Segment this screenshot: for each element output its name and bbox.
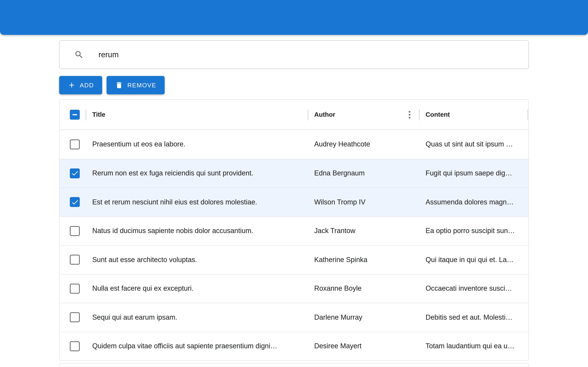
add-button[interactable]: ADD bbox=[59, 76, 102, 94]
cell-title: Sunt aut esse architecto voluptas. bbox=[86, 256, 308, 264]
column-separator bbox=[419, 109, 420, 120]
row-checkbox-cell bbox=[60, 341, 86, 351]
row-checkbox-cell bbox=[60, 312, 86, 322]
cell-author: Darlene Murray bbox=[308, 313, 419, 322]
author-column-menu-icon[interactable] bbox=[407, 109, 412, 120]
cell-title: Est et rerum nesciunt nihil eius est dol… bbox=[86, 198, 308, 206]
table-row[interactable]: Praesentium ut eos ea labore. Audrey Hea… bbox=[60, 130, 528, 159]
cell-author: Katherine Spinka bbox=[308, 256, 419, 264]
cell-author: Jack Trantow bbox=[308, 227, 419, 235]
cell-title: Rerum non est ex fuga reiciendis qui sun… bbox=[86, 169, 308, 177]
remove-button-label: REMOVE bbox=[127, 82, 156, 89]
select-all-cell bbox=[60, 110, 86, 120]
table-row[interactable]: Nulla est facere qui ex excepturi. Roxan… bbox=[60, 274, 528, 303]
table-row[interactable]: Rerum non est ex fuga reiciendis qui sun… bbox=[60, 159, 528, 188]
row-checkbox[interactable] bbox=[70, 255, 80, 265]
row-checkbox-cell bbox=[60, 226, 86, 236]
table-header-row: Title Author Content bbox=[60, 100, 528, 130]
row-checkbox-cell bbox=[60, 140, 86, 149]
cell-content: Totam laudantium qui ea u… bbox=[419, 342, 528, 350]
row-checkbox-cell bbox=[60, 255, 86, 265]
cell-author: Desiree Mayert bbox=[308, 342, 419, 350]
check-icon bbox=[71, 198, 79, 206]
cell-author: Wilson Tromp IV bbox=[308, 198, 419, 206]
cell-content: Quas ut sint aut sit ipsum … bbox=[419, 140, 528, 149]
main-content: ADD REMOVE Title Author Cont bbox=[59, 40, 529, 367]
plus-icon bbox=[68, 81, 76, 89]
row-checkbox-cell bbox=[60, 168, 86, 178]
app-header bbox=[0, 0, 588, 35]
cell-content: Ea optio porro suscipit sun… bbox=[419, 227, 528, 235]
add-button-label: ADD bbox=[80, 82, 94, 89]
row-checkbox-cell bbox=[60, 197, 86, 207]
row-checkbox[interactable] bbox=[70, 226, 80, 236]
check-icon bbox=[71, 169, 79, 177]
column-header-author[interactable]: Author bbox=[308, 111, 419, 118]
page: ADD REMOVE Title Author Cont bbox=[0, 0, 588, 367]
search-input[interactable] bbox=[98, 41, 528, 69]
table-row[interactable]: Natus id ducimus sapiente nobis dolor ac… bbox=[60, 216, 528, 245]
table-row[interactable]: Quidem culpa vitae officiis aut sapiente… bbox=[60, 332, 528, 360]
cell-content: Qui itaque in qui qui et. La… bbox=[419, 256, 528, 264]
search-box bbox=[59, 40, 529, 69]
cell-content: Debitis sed et aut. Molesti… bbox=[419, 313, 528, 322]
cell-title: Nulla est facere qui ex excepturi. bbox=[86, 285, 308, 293]
cell-author: Roxanne Boyle bbox=[308, 285, 419, 293]
cell-title: Quidem culpa vitae officiis aut sapiente… bbox=[86, 342, 308, 350]
row-checkbox[interactable] bbox=[70, 341, 80, 351]
cell-title: Praesentium ut eos ea labore. bbox=[86, 140, 308, 149]
pagination-bar bbox=[59, 363, 529, 367]
table-row[interactable]: Est et rerum nesciunt nihil eius est dol… bbox=[60, 188, 528, 216]
column-separator bbox=[86, 109, 86, 120]
column-separator bbox=[527, 109, 528, 120]
column-header-title[interactable]: Title bbox=[86, 111, 308, 118]
indeterminate-dash-icon bbox=[72, 114, 77, 115]
row-checkbox[interactable] bbox=[70, 312, 80, 322]
data-table: Title Author Content Praesentium ut eos … bbox=[59, 100, 529, 361]
row-checkbox[interactable] bbox=[70, 140, 80, 149]
cell-author: Audrey Heathcote bbox=[308, 140, 419, 149]
table-row[interactable]: Sequi qui aut earum ipsam. Darlene Murra… bbox=[60, 303, 528, 332]
column-header-content[interactable]: Content bbox=[419, 111, 528, 118]
remove-button[interactable]: REMOVE bbox=[107, 76, 165, 94]
toolbar: ADD REMOVE bbox=[59, 76, 529, 94]
select-all-checkbox[interactable] bbox=[70, 110, 80, 120]
table-body: Praesentium ut eos ea labore. Audrey Hea… bbox=[60, 130, 528, 360]
cell-title: Sequi qui aut earum ipsam. bbox=[86, 313, 308, 322]
row-checkbox[interactable] bbox=[70, 168, 80, 178]
row-checkbox[interactable] bbox=[70, 197, 80, 207]
table-row[interactable]: Sunt aut esse architecto voluptas. Kathe… bbox=[60, 245, 528, 274]
column-separator bbox=[308, 109, 308, 120]
cell-content: Fugit qui ipsum saepe dig… bbox=[419, 169, 528, 177]
trash-icon bbox=[115, 81, 123, 89]
row-checkbox[interactable] bbox=[70, 284, 80, 294]
cell-title: Natus id ducimus sapiente nobis dolor ac… bbox=[86, 227, 308, 235]
search-icon bbox=[74, 50, 84, 59]
cell-author: Edna Bergnaum bbox=[308, 169, 419, 177]
cell-content: Occaecati inventore susci… bbox=[419, 285, 528, 293]
row-checkbox-cell bbox=[60, 284, 86, 294]
cell-content: Assumenda dolores magn… bbox=[419, 198, 528, 206]
